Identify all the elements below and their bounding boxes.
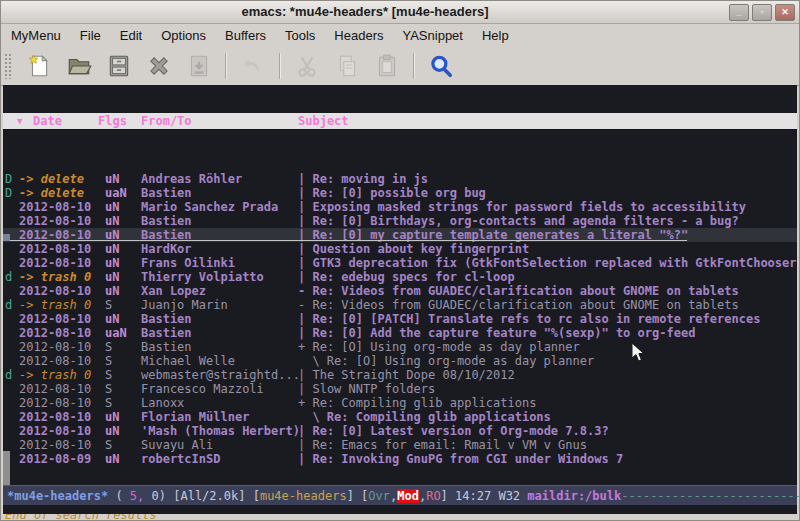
message-row[interactable]: 2012-08-10SSuvayu Ali| Re: Emacs for ema… <box>3 438 797 452</box>
message-row[interactable]: 2012-08-10uNXan Lopez- Re: Videos from G… <box>3 284 797 298</box>
maximize-button[interactable]: ▫ <box>752 4 772 21</box>
message-row[interactable]: D-> deleteuaNBastien| Re: [0] possible o… <box>3 186 797 200</box>
menu-headers[interactable]: Headers <box>334 28 383 43</box>
menu-file[interactable]: File <box>80 28 101 43</box>
row-from: 'Mash (Thomas Herbert) <box>141 424 300 438</box>
column-header-line[interactable]: ▼ Date Flgs From/To Subject <box>3 113 797 130</box>
minimize-button[interactable]: _ <box>729 4 749 21</box>
message-row[interactable]: 2012-08-10uaNBastien| Re: [0] Add the ca… <box>3 326 797 340</box>
sort-descending-icon[interactable]: ▼ <box>17 114 22 128</box>
row-flags: S <box>105 438 112 452</box>
close-buffer-icon[interactable] <box>144 51 174 81</box>
row-subject: | Re: Invoking GnuPG from CGI under Wind… <box>298 452 623 466</box>
close-button[interactable]: ✕ <box>775 4 795 21</box>
menu-tools[interactable]: Tools <box>285 28 315 43</box>
row-subject: | The Straight Dope 08/10/2012 <box>298 368 515 382</box>
message-row[interactable]: 2012-08-10uNHardKor| Question about key … <box>3 242 797 256</box>
row-subject: | Re: moving in js <box>298 172 428 186</box>
row-from: Juanjo Marin <box>141 298 228 312</box>
modeline-segment: 14:27 W32 <box>455 489 527 503</box>
message-row[interactable]: d-> trash 0uNThierry Volpiatto| Re: edeb… <box>3 270 797 284</box>
message-row[interactable]: 2012-08-10uNFlorian Müllner\ Re: Compili… <box>3 410 797 424</box>
row-from: Thierry Volpiatto <box>141 270 264 284</box>
message-row[interactable]: 2012-08-10uNMario Sanchez Prada| Exposin… <box>3 200 797 214</box>
save-icon[interactable] <box>104 51 134 81</box>
message-row[interactable]: 2012-08-10SLanoxx+ Re: Compiling glib ap… <box>3 396 797 410</box>
row-mark: D <box>5 186 12 200</box>
row-mark: d <box>5 298 12 312</box>
column-header-from[interactable]: From/To <box>141 114 192 128</box>
message-row[interactable]: 2012-08-10uNFrans Oilinki| GTK3 deprecat… <box>3 256 797 270</box>
message-row[interactable]: 2012-08-10SMichael Welle\ Re: [O] Using … <box>3 354 797 368</box>
modeline-segment: maildir:/bulk <box>527 489 621 503</box>
modeline-segment: Mod <box>397 489 419 503</box>
paste-icon <box>372 51 402 81</box>
menu-options[interactable]: Options <box>161 28 206 43</box>
row-from: Bastien <box>141 214 192 228</box>
column-header-subject[interactable]: Subject <box>298 114 349 128</box>
menu-buffers[interactable]: Buffers <box>225 28 266 43</box>
buffer-area: ▼ Date Flgs From/To Subject D-> deleteuN… <box>3 85 797 514</box>
scrollbar-thumb[interactable] <box>3 451 10 488</box>
row-date: 2012-08-10 <box>19 396 91 410</box>
titlebar[interactable]: emacs: *mu4e-headers* [mu4e-headers] _▫✕ <box>1 1 799 24</box>
row-mark: d <box>5 368 12 382</box>
row-date: -> delete <box>19 186 84 200</box>
open-folder-icon[interactable] <box>64 51 94 81</box>
row-flags: uN <box>105 214 119 228</box>
row-from: Suvayu Ali <box>141 438 213 452</box>
message-list: D-> deleteuNAndreas Röhler| Re: moving i… <box>3 172 797 466</box>
message-row[interactable]: 2012-08-10uNBastien| Re: [0] my capture … <box>3 228 797 242</box>
message-row[interactable]: 2012-08-09uNrobertcInSD| Re: Invoking Gn… <box>3 452 797 466</box>
row-date: -> delete <box>19 172 84 186</box>
row-date: 2012-08-10 <box>19 256 91 270</box>
row-date: 2012-08-10 <box>19 284 91 298</box>
row-from: robertcInSD <box>141 452 220 466</box>
toolbar-separator <box>225 53 227 79</box>
row-flags: uN <box>105 270 119 284</box>
row-subject: | Re: Emacs for email: Rmail v VM v Gnus <box>298 438 587 452</box>
message-row[interactable]: 2012-08-10SFrancesco Mazzoli| Slow NNTP … <box>3 382 797 396</box>
menu-help[interactable]: Help <box>482 28 509 43</box>
row-date: 2012-08-10 <box>19 326 91 340</box>
toolbar <box>1 47 799 86</box>
row-date: 2012-08-10 <box>19 354 91 368</box>
row-subject: + Re: [O] Using org-mode as day planner <box>298 340 580 354</box>
row-subject: \ Re: [O] Using org-mode as day planner <box>312 354 594 368</box>
row-date: -> trash 0 <box>19 270 91 284</box>
row-from: Xan Lopez <box>141 284 206 298</box>
row-date: 2012-08-10 <box>19 312 91 326</box>
row-subject: + Re: Compiling glib applications <box>298 396 536 410</box>
row-flags: uN <box>105 172 119 186</box>
message-row[interactable]: 2012-08-10uNBastien| Re: [0] Birthdays, … <box>3 214 797 228</box>
row-flags: S <box>105 368 112 382</box>
toolbar-drag-handle-icon[interactable] <box>4 53 13 79</box>
message-row[interactable]: 2012-08-10SBastien+ Re: [O] Using org-mo… <box>3 340 797 354</box>
message-row[interactable]: d-> trash 0Swebmaster@straightd...| The … <box>3 368 797 382</box>
row-from: Florian Müllner <box>141 410 249 424</box>
menu-edit[interactable]: Edit <box>120 28 142 43</box>
save-as-icon <box>184 51 214 81</box>
minibuffer-echo-area[interactable] <box>3 505 797 514</box>
row-flags: S <box>105 340 112 354</box>
new-file-icon[interactable] <box>24 51 54 81</box>
message-row[interactable]: 2012-08-10uNBastien| Re: [0] [PATCH] Tra… <box>3 312 797 326</box>
emacs-window: emacs: *mu4e-headers* [mu4e-headers] _▫✕… <box>0 0 800 521</box>
row-flags: uN <box>105 410 119 424</box>
row-subject: | Re: [0] [PATCH] Translate refs to rc a… <box>298 312 760 326</box>
menu-mymenu[interactable]: MyMenu <box>11 28 61 43</box>
row-from: Bastien <box>141 340 192 354</box>
row-subject: | Slow NNTP folders <box>298 382 435 396</box>
message-row[interactable]: d-> trash 0SJuanjo Marin- Re: Videos fro… <box>3 298 797 312</box>
row-subject: | Re: [0] Add the capture feature "%(sex… <box>298 326 695 340</box>
column-header-date[interactable]: Date <box>33 114 62 128</box>
row-date: 2012-08-10 <box>19 200 91 214</box>
message-row[interactable]: D-> deleteuNAndreas Röhler| Re: moving i… <box>3 172 797 186</box>
message-row[interactable]: 2012-08-10uN'Mash (Thomas Herbert)| Re: … <box>3 424 797 438</box>
row-subject: - Re: Videos from GUADEC/clarification a… <box>298 284 739 298</box>
row-subject: \ Re: Compiling glib applications <box>312 410 550 424</box>
menu-yasnippet[interactable]: YASnippet <box>402 28 462 43</box>
column-header-flags[interactable]: Flgs <box>98 114 127 128</box>
row-date: 2012-08-10 <box>19 242 91 256</box>
search-icon[interactable] <box>426 51 456 81</box>
